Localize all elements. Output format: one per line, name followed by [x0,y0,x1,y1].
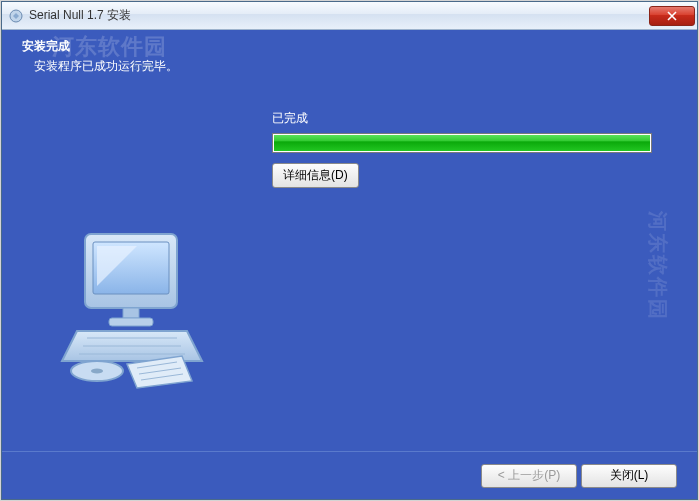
svg-point-9 [91,368,103,373]
svg-rect-4 [109,318,153,326]
close-action-button[interactable]: 关闭(L) [581,464,677,488]
details-button[interactable]: 详细信息(D) [272,163,359,188]
footer: < 上一步(P) 关闭(L) [2,451,697,499]
status-label: 已完成 [272,110,667,127]
svg-rect-3 [123,308,139,318]
progress-bar-fill [274,135,650,151]
header-panel: 河东软件园 9.cn 安装完成 安装程序已成功运行完毕。 [2,30,697,80]
app-icon [8,8,24,24]
installer-window: Serial Null 1.7 安装 河东软件园 9.cn 安装完成 安装程序已… [1,1,698,500]
right-panel: 已完成 详细信息(D) [272,80,697,451]
close-button[interactable] [649,6,695,26]
content-area: 河东软件园 [2,80,697,451]
titlebar: Serial Null 1.7 安装 [2,2,697,30]
back-button: < 上一步(P) [481,464,577,488]
header-title: 安装完成 [22,38,677,55]
computer-illustration [47,216,227,396]
window-title: Serial Null 1.7 安装 [29,7,649,24]
header-subtitle: 安装程序已成功运行完毕。 [22,58,677,75]
left-panel [2,80,272,451]
progress-bar-track [272,133,652,153]
